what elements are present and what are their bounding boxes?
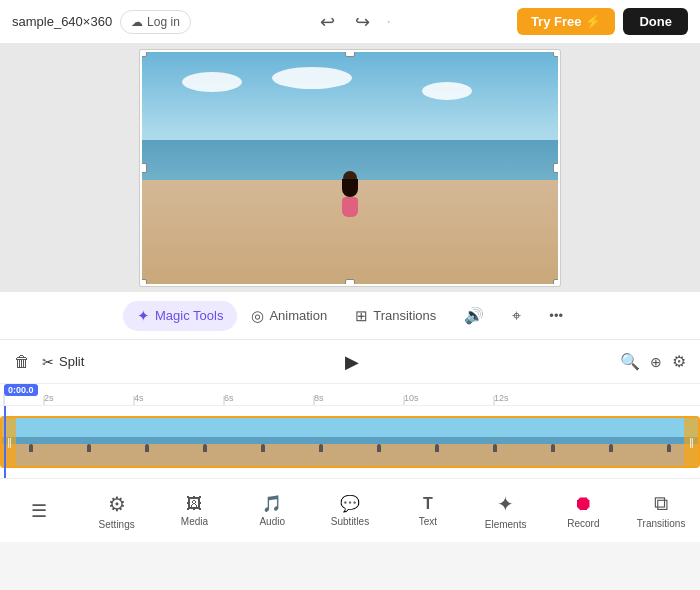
media-nav-item[interactable]: 🖼 Media: [156, 487, 234, 535]
video-frame: ↻: [140, 50, 560, 286]
track-right-handle[interactable]: ‖: [684, 418, 698, 466]
handle-bottom-mid[interactable]: [345, 279, 355, 286]
animation-tab[interactable]: ◎ Animation: [237, 301, 341, 331]
audio-nav-label: Audio: [259, 516, 285, 527]
cloud-2: [272, 67, 352, 89]
more-btn[interactable]: •••: [535, 302, 577, 329]
volume-btn[interactable]: 🔊: [450, 300, 498, 331]
crop-btn[interactable]: ⌖: [498, 301, 535, 331]
subtitles-nav-label: Subtitles: [331, 516, 369, 527]
zoom-in-button[interactable]: ⊕: [650, 353, 662, 371]
track-thumb-6: [292, 418, 350, 466]
text-nav-item[interactable]: T Text: [389, 487, 467, 535]
transitions-nav-item[interactable]: ⧉ Transitions: [622, 484, 700, 537]
transitions-nav-label: Transitions: [637, 518, 686, 529]
magic-tools-tab[interactable]: ✦ Magic Tools: [123, 301, 237, 331]
header-left: sample_640×360 ☁ Log in: [12, 10, 191, 34]
person-body: [342, 197, 358, 217]
person-figure: [339, 171, 361, 219]
animation-icon: ◎: [251, 307, 264, 325]
subtitles-nav-icon: 💬: [340, 494, 360, 513]
canvas-area: ↻: [0, 44, 700, 292]
cloud-icon: ☁: [131, 15, 143, 29]
elements-nav-label: Elements: [485, 519, 527, 530]
text-nav-label: Text: [419, 516, 437, 527]
scissors-icon: ✂: [42, 354, 54, 370]
try-free-button[interactable]: Try Free ⚡: [517, 8, 616, 35]
track-thumb-10: [524, 418, 582, 466]
undo-icon: ↩: [320, 11, 335, 33]
handle-top-left[interactable]: [140, 50, 147, 57]
try-free-label: Try Free: [531, 14, 582, 29]
login-label: Log in: [147, 15, 180, 29]
play-button[interactable]: ▶: [336, 346, 368, 378]
handle-mid-right[interactable]: [553, 163, 560, 173]
settings-nav-icon: ⚙: [108, 492, 126, 516]
more-icon: •••: [549, 308, 563, 323]
edit-toolbar: ✦ Magic Tools ◎ Animation ⊞ Transitions …: [0, 292, 700, 340]
header-right: Try Free ⚡ Done: [517, 8, 688, 35]
record-nav-item[interactable]: ⏺ Record: [544, 484, 622, 537]
track-thumb-7: [350, 418, 408, 466]
timeline-right-controls: 🔍 ⊕ ⚙: [620, 352, 686, 371]
bottom-nav: ☰ ⚙ Settings 🖼 Media 🎵 Audio 💬 Subtitles…: [0, 478, 700, 542]
undo-button[interactable]: ↩: [316, 7, 339, 37]
track-thumb-4: [176, 418, 234, 466]
done-button[interactable]: Done: [623, 8, 688, 35]
transitions-icon: ⊞: [355, 307, 368, 325]
zoom-in-icon: ⊕: [650, 354, 662, 370]
hamburger-icon: ☰: [31, 500, 47, 522]
transitions-label: Transitions: [373, 308, 436, 323]
text-nav-icon: T: [423, 495, 433, 513]
settings-nav-item[interactable]: ⚙ Settings: [78, 484, 156, 538]
ruler-ticks: [0, 384, 700, 405]
handle-top-right[interactable]: [553, 50, 560, 57]
header-center: ↩ ↪ ·: [316, 7, 391, 37]
header: sample_640×360 ☁ Log in ↩ ↪ · Try Free ⚡…: [0, 0, 700, 44]
handle-top-mid[interactable]: [345, 50, 355, 57]
zoom-out-button[interactable]: 🔍: [620, 352, 640, 371]
login-button[interactable]: ☁ Log in: [120, 10, 191, 34]
magic-tools-label: Magic Tools: [155, 308, 223, 323]
split-button[interactable]: ✂ Split: [42, 354, 84, 370]
done-label: Done: [639, 14, 672, 29]
cloud-1: [182, 72, 242, 92]
track-thumb-9: [466, 418, 524, 466]
volume-icon: 🔊: [464, 306, 484, 325]
timeline-left-controls: 🗑 ✂ Split: [14, 353, 84, 371]
media-nav-icon: 🖼: [186, 495, 202, 513]
lightning-icon: ⚡: [585, 14, 601, 29]
timeline-cursor: [4, 406, 6, 478]
redo-icon: ↪: [355, 11, 370, 33]
zoom-out-icon: 🔍: [620, 353, 640, 370]
record-nav-label: Record: [567, 518, 599, 529]
video-track[interactable]: ‖ ‖: [0, 416, 700, 468]
delete-button[interactable]: 🗑: [14, 353, 30, 371]
track-thumb-8: [408, 418, 466, 466]
menu-nav-item[interactable]: ☰: [0, 492, 78, 530]
timeline-controls: 🗑 ✂ Split ▶ 🔍 ⊕ ⚙: [0, 340, 700, 384]
handle-mid-left[interactable]: [140, 163, 147, 173]
settings-nav-label: Settings: [99, 519, 135, 530]
handle-bottom-left[interactable]: [140, 279, 147, 286]
timeline-settings-button[interactable]: ⚙: [672, 352, 686, 371]
project-name: sample_640×360: [12, 14, 112, 29]
record-nav-icon: ⏺: [573, 492, 593, 515]
audio-nav-item[interactable]: 🎵 Audio: [233, 486, 311, 535]
trash-icon: 🗑: [14, 353, 30, 371]
play-icon: ▶: [345, 351, 359, 373]
timeline-track-area: ‖ ‖: [0, 406, 700, 478]
split-label: Split: [59, 354, 84, 369]
elements-nav-icon: ✦: [497, 492, 514, 516]
magic-wand-icon: ✦: [137, 307, 150, 325]
media-nav-label: Media: [181, 516, 208, 527]
subtitles-nav-item[interactable]: 💬 Subtitles: [311, 486, 389, 535]
handle-bottom-right[interactable]: [553, 279, 560, 286]
settings-icon: ⚙: [672, 353, 686, 370]
redo-button[interactable]: ↪: [351, 7, 374, 37]
track-thumb-2: [60, 418, 118, 466]
transitions-tab[interactable]: ⊞ Transitions: [341, 301, 450, 331]
elements-nav-item[interactable]: ✦ Elements: [467, 484, 545, 538]
transitions-nav-icon: ⧉: [654, 492, 668, 515]
person-hair: [342, 179, 358, 197]
